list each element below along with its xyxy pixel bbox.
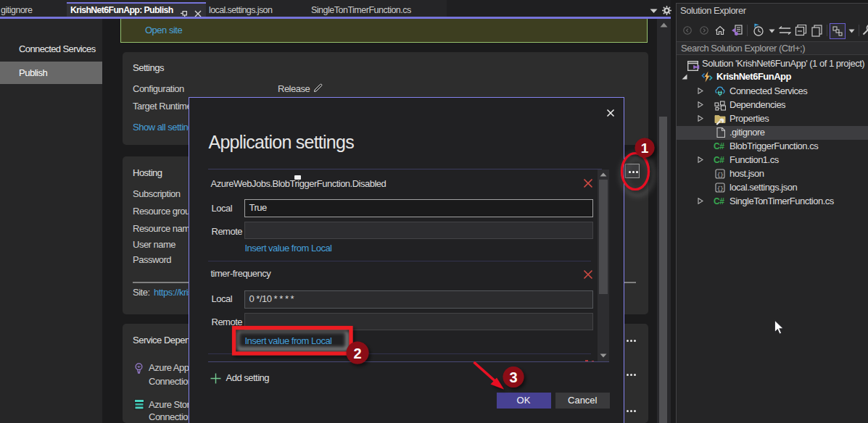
svg-text:{}: {} [717,185,724,191]
svg-text:{}: {} [717,171,724,177]
